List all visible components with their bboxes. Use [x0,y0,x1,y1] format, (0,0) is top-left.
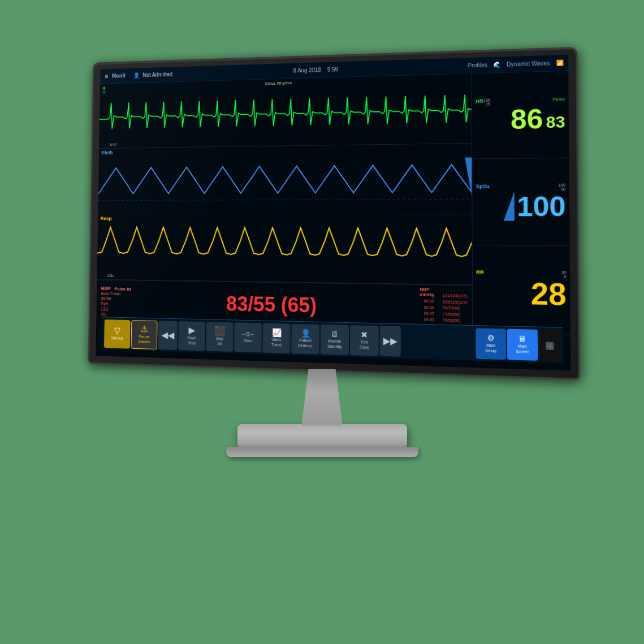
monitor-screen: 🖥 Mon9 👤 Not Admitted 8 Aug 2018 9:59 Pr… [96,54,570,370]
spo2-value: 100 [516,192,565,220]
hr-label: HR [476,98,483,104]
main-setup-label: MainSetup [485,343,496,353]
nbp-col1: NBP Pulse 83 Auto 5 min 09:58 Sys. 12070 [100,286,131,318]
header-left: 🖥 Mon9 👤 Not Admitted [104,71,172,79]
prev-icon: ◀◀ [161,330,174,339]
hr-value: 86 [510,105,542,133]
nbp-unit: NBPmmHg [420,287,434,297]
monitor-base [237,424,407,447]
profiles-label: Profiles [468,62,487,68]
main-setup-icon: ⚙ [487,334,495,342]
stop-all-label: StopAll [215,336,223,346]
grid-button[interactable]: ▦ [539,329,561,361]
vitals-area: HR 160 75 Pulse 86 83 [472,71,570,334]
pause-alarms-icon: ⚠ [140,325,148,334]
monitor-standby-label: MonitorStandby [327,339,342,349]
pleth-panel: Pleth [98,144,472,214]
main-setup-button[interactable]: ⚙ MainSetup [476,327,506,359]
monitor-wrapper: 🖥 Mon9 👤 Not Admitted 8 Aug 2018 9:59 Pr… [68,54,577,591]
nbp-sys-label: Sys. [100,301,131,307]
end-case-label: EndCase [359,340,369,350]
svg-marker-2 [503,191,514,221]
nbp-title: NBP Pulse 83 [101,286,131,292]
monitor-id: Mon9 [111,72,125,79]
patient-status: Not Admitted [142,71,172,78]
toolbar-spacer [401,341,474,343]
prev-button[interactable]: ◀◀ [158,320,177,349]
spo2-limits: 100 90 [558,183,565,191]
spo2-bar-icon [503,191,514,221]
zero-icon: →0← [240,331,255,338]
spo2-label: SpO₂ [476,183,489,188]
zero-button[interactable]: →0← Zero [234,322,262,352]
rr-block: RR 30 8 28 [472,245,570,334]
monitor-standby-icon: 🖥 [330,330,338,338]
vitals-trend-label: VitalsTrend [271,338,282,347]
ecg-waveform [99,74,472,148]
patient-demogr-label: PatientDemogr. [297,338,312,348]
start-stop-button[interactable]: ▶ Start/Stop [178,321,205,350]
nbp-mode: Auto 5 min [101,291,131,297]
stop-all-button[interactable]: ⬛ StopAll [206,321,233,351]
date-time: 8 Aug 2018 9:59 [293,66,338,74]
silence-label: Silence [111,336,123,341]
header-center: 8 Aug 2018 9:59 [293,66,338,74]
monitor-bezel: 🖥 Mon9 👤 Not Admitted 8 Aug 2018 9:59 Pr… [88,46,580,379]
spo2-value-row: 100 [476,191,565,220]
end-case-icon: ✖ [361,330,368,339]
start-stop-label: Start/Stop [187,336,196,345]
ecg-panel: II M Sinus Rhythm 1mV [99,74,472,149]
monitor-neck [300,369,345,426]
pleth-waveform [98,144,472,214]
main-screen-button[interactable]: 🖥 MainScreen [507,329,537,360]
patient-icon: 👤 [133,72,139,78]
vitals-trend-button[interactable]: 📈 VitalsTrend [262,323,290,353]
rr-value: 28 [476,277,567,309]
stop-all-icon: ⬛ [214,326,224,335]
nbp-pulse: Pulse 83 [114,287,131,292]
rr-label: RR [476,269,484,275]
header-right: Profiles 🌊 Dynamic Waves 📶 [468,59,563,68]
spo2-block: SpO₂ 100 90 100 [472,158,569,245]
resp-waveform [97,214,472,284]
pulse-label: Pulse [552,96,565,101]
monitor-standby-button[interactable]: 🖥 MonitorStandby [320,324,348,355]
next-button[interactable]: ▶▶ [379,325,400,356]
next-icon: ▶▶ [383,336,397,345]
spo2-title-row: SpO₂ 100 90 [476,183,565,191]
waveforms-area: II M Sinus Rhythm 1mV Pleth [96,74,473,332]
pulse-value: 83 [546,114,565,131]
zero-label: Zero [244,338,252,343]
monitor-id-icon: 🖥 [104,73,109,79]
end-case-button[interactable]: ✖ EndCase [349,325,378,355]
vitals-trend-icon: 📈 [271,329,281,336]
pause-alarms-button[interactable]: ⚠ PauseAlarms [131,319,157,349]
nbp-value: 83/55 (65) [136,291,413,320]
patient-demogr-button[interactable]: 👤 PatientDemogr. [291,323,319,354]
grid-icon: ▦ [545,340,555,349]
signal-icon: 📶 [556,59,563,66]
nbp-history-values: 141/104(115)159/115(129)78/30(44)77/50(6… [442,293,467,324]
silence-icon: ▽ [114,326,120,335]
nbp-time: 09:58 [101,296,131,301]
hr-limits: 160 75 [483,97,490,106]
nbp-col3: NBPmmHg 00:3000:3609:4509:5309:55 [420,287,434,329]
main-screen-label: MainScreen [515,344,529,354]
nbp-col2: 83/55 (65) [136,291,413,320]
main-screen-icon: 🖥 [518,334,526,343]
dynamic-waves-icon: 🌊 [493,61,500,68]
start-stop-icon: ▶ [188,326,195,335]
resp-panel: Resp 10br [97,214,472,285]
pause-alarms-label: PauseAlarms [138,334,149,344]
nbp-sys-dia: 12070 [100,306,131,318]
screen-body: II M Sinus Rhythm 1mV Pleth [96,71,570,334]
hr-value-row: 86 83 [476,104,565,133]
svg-line-0 [98,199,472,200]
patient-demogr-icon: 👤 [300,329,310,338]
dynamic-waves-label: Dynamic Waves [506,59,550,67]
hr-block: HR 160 75 Pulse 86 83 [472,71,569,159]
monitor-base-bottom [226,447,418,457]
silence-button[interactable]: ▽ Silence [104,319,130,348]
